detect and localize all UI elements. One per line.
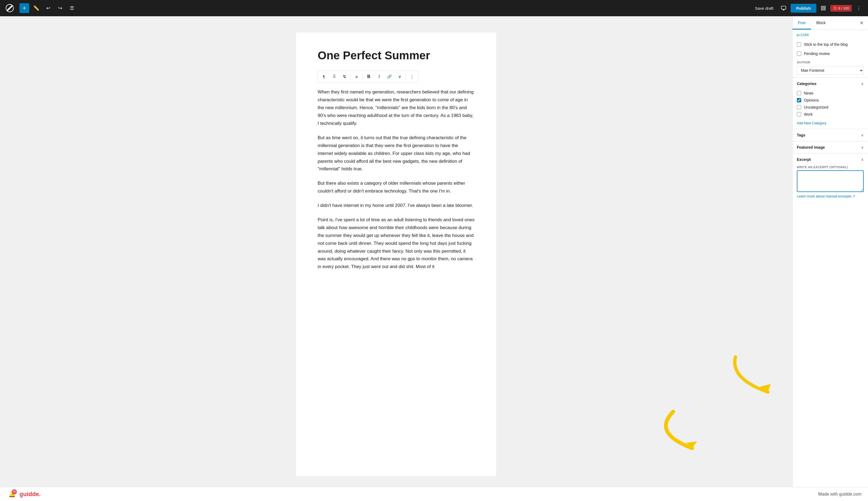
category-opinions-checkbox[interactable] [797,98,801,102]
paragraph-4: I didn't have internet in my home until … [318,202,475,210]
tags-toggle-icon: ∨ [861,133,864,137]
save-draft-button[interactable]: Save draft [752,4,777,12]
seo-badge[interactable]: 🔴 8 / 100 [831,5,852,12]
tools-button[interactable]: ✏️ [31,3,41,13]
category-work-checkbox[interactable] [797,112,801,116]
editor-area: One Perfect Summer ¶ ⠿ ⇅ ≡ B I 🔗 ∨ ⋮ Whe… [0,16,792,487]
tab-block[interactable]: Block [811,17,831,30]
guidde-logo: guidde. [20,491,41,498]
svg-rect-0 [781,6,786,10]
svg-rect-6 [824,9,825,10]
stick-to-top-row: Stick to the top of the blog [792,40,868,49]
bottom-bar: 🔔 25 guidde. Made with guidde.com [0,487,868,501]
tags-title: Tags [797,133,805,137]
tags-section: Tags ∨ [792,129,868,141]
undo-button[interactable]: ↩ [43,3,53,13]
categories-toggle-icon: ∧ [861,82,864,86]
category-opinions-label[interactable]: Opinions [804,98,819,102]
block-toolbar: ¶ ⠿ ⇅ ≡ B I 🔗 ∨ ⋮ [318,71,418,83]
stick-to-top-label[interactable]: Stick to the top of the blog [804,42,848,46]
toolbar: + ✏️ ↩ ↪ ☰ Save draft Publish 🔴 8 / 100 … [0,0,868,16]
featured-image-header[interactable]: Featured image ∨ [792,141,868,153]
notification-count: 25 [12,489,17,494]
category-news-checkbox[interactable] [797,91,801,95]
excerpt-field-label: WRITE AN EXCERPT (OPTIONAL) [792,166,868,169]
guidde-logo-area: 🔔 25 guidde. [7,489,41,500]
notification-badge[interactable]: 🔔 25 [7,489,17,500]
categories-header[interactable]: Categories ∧ [792,78,868,90]
post-body: When they first named my generation, res… [318,88,475,271]
list-item: News [797,90,864,97]
main-layout: One Perfect Summer ¶ ⠿ ⇅ ≡ B I 🔗 ∨ ⋮ Whe… [0,16,868,487]
list-view-button[interactable]: ☰ [67,3,77,13]
link-button[interactable]: 🔗 [384,72,394,82]
paragraph-5: Point is, I've spent a lot of time as an… [318,216,475,271]
stick-to-top-checkbox[interactable] [797,42,801,46]
category-list: News Opinions Uncategorized Work [797,90,864,118]
author-field-group: AUTHOR Mae Fontenot Admin [792,58,868,77]
italic-button[interactable]: I [374,72,384,82]
featured-image-section: Featured image ∨ [792,141,868,153]
sidebar: Post Block ✕ p=1164 Stick to the top of … [792,16,868,487]
category-news-label[interactable]: News [804,91,813,95]
move-up-down-button[interactable]: ⇅ [340,72,349,82]
excerpt-textarea[interactable] [797,170,864,192]
featured-image-toggle-icon: ∨ [861,145,864,149]
editor-content: One Perfect Summer ¶ ⠿ ⇅ ≡ B I 🔗 ∨ ⋮ Whe… [296,32,496,476]
add-category-button[interactable]: Add New Category [797,121,826,125]
excerpt-content: WRITE AN EXCERPT (OPTIONAL) Learn more a… [792,166,868,202]
excerpt-learn-more-link[interactable]: Learn more about manual excerpts ↗ [792,194,868,202]
category-uncategorized-checkbox[interactable] [797,105,801,109]
pending-review-checkbox[interactable] [797,52,801,56]
post-title[interactable]: One Perfect Summer [318,49,475,62]
divider3 [406,73,406,80]
categories-content: News Opinions Uncategorized Work [792,90,868,129]
svg-rect-3 [821,6,823,8]
sidebar-tabs: Post Block ✕ [792,16,868,30]
pending-review-row: Pending review [792,49,868,58]
divider [350,73,351,80]
more-rich-text-button[interactable]: ∨ [395,72,405,82]
drag-handle[interactable]: ⠿ [329,72,339,82]
pending-review-label[interactable]: Pending review [804,52,830,56]
categories-section: Categories ∧ News Opinions [792,77,868,129]
add-block-button[interactable]: + [20,3,29,13]
excerpt-title: Excerpt [797,157,811,162]
category-uncategorized-label[interactable]: Uncategorized [804,105,828,109]
paragraph-2: But as time went on, it turns out that t… [318,134,475,173]
categories-title: Categories [797,82,816,86]
list-item: Uncategorized [797,104,864,111]
featured-image-title: Featured image [797,145,825,149]
svg-rect-5 [821,9,823,10]
author-select[interactable]: Mae Fontenot Admin [797,66,864,75]
more-options-button[interactable]: ⋮ [854,3,864,13]
publish-button[interactable]: Publish [791,4,816,13]
category-work-label[interactable]: Work [804,112,813,116]
tags-header[interactable]: Tags ∨ [792,129,868,141]
align-button[interactable]: ≡ [352,72,362,82]
bold-button[interactable]: B [364,72,374,82]
settings-panel-button[interactable] [818,3,828,13]
svg-rect-4 [824,6,825,8]
paragraph-3: But there also exists a category of olde… [318,180,475,195]
paragraph-1: When they first named my generation, res… [318,88,475,127]
list-item: Opinions [797,97,864,104]
excerpt-toggle-icon: ∧ [861,157,864,162]
sidebar-body: p=1164 Stick to the top of the blog Pend… [792,30,868,487]
paragraph-type-button[interactable]: ¶ [319,72,329,82]
block-options-button[interactable]: ⋮ [407,72,417,82]
excerpt-section: Excerpt ∧ WRITE AN EXCERPT (OPTIONAL) Le… [792,153,868,202]
tab-post[interactable]: Post [792,17,811,30]
author-label: AUTHOR [797,61,864,64]
redo-button[interactable]: ↪ [55,3,65,13]
excerpt-header[interactable]: Excerpt ∧ [792,153,868,166]
close-sidebar-button[interactable]: ✕ [855,16,868,30]
permalink-link[interactable]: p=1164 [792,30,868,40]
preview-button[interactable] [779,3,789,13]
list-item: Work [797,111,864,118]
wp-logo [4,3,15,13]
made-with-text: Made with guidde.com [818,492,861,497]
